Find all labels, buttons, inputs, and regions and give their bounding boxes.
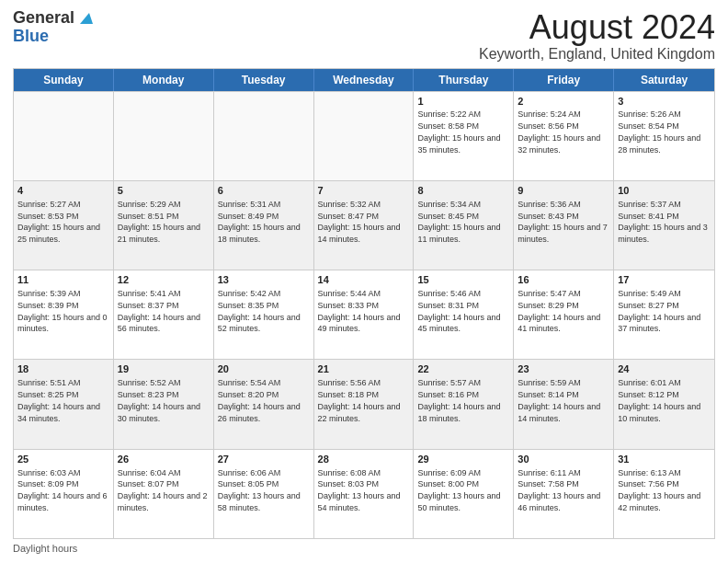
cal-cell-day-26: 26Sunrise: 6:04 AMSunset: 8:07 PMDayligh… [114, 450, 214, 538]
cell-info: Sunrise: 6:04 AMSunset: 8:07 PMDaylight:… [118, 468, 208, 512]
cal-cell-empty [314, 92, 415, 180]
cell-info: Sunrise: 5:39 AMSunset: 8:39 PMDaylight:… [17, 289, 108, 333]
cal-week-3: 18Sunrise: 5:51 AMSunset: 8:25 PMDayligh… [14, 359, 714, 448]
cal-cell-day-30: 30Sunrise: 6:11 AMSunset: 7:58 PMDayligh… [514, 450, 614, 538]
day-number: 12 [118, 273, 210, 287]
cell-info: Sunrise: 5:56 AMSunset: 8:18 PMDaylight:… [318, 378, 401, 422]
cell-info: Sunrise: 5:49 AMSunset: 8:27 PMDaylight:… [618, 289, 700, 333]
main-title: August 2024 [479, 9, 715, 46]
cal-cell-day-22: 22Sunrise: 5:57 AMSunset: 8:16 PMDayligh… [414, 360, 514, 448]
day-number: 23 [518, 362, 609, 376]
day-number: 17 [618, 273, 711, 287]
day-number: 20 [218, 362, 310, 376]
cal-cell-day-21: 21Sunrise: 5:56 AMSunset: 8:18 PMDayligh… [314, 360, 415, 448]
cal-cell-day-23: 23Sunrise: 5:59 AMSunset: 8:14 PMDayligh… [514, 360, 614, 448]
cal-cell-day-5: 5Sunrise: 5:29 AMSunset: 8:51 PMDaylight… [114, 181, 214, 270]
cal-cell-day-3: 3Sunrise: 5:26 AMSunset: 8:54 PMDaylight… [614, 92, 714, 180]
cal-cell-day-7: 7Sunrise: 5:32 AMSunset: 8:47 PMDaylight… [314, 181, 415, 270]
cal-cell-day-28: 28Sunrise: 6:08 AMSunset: 8:03 PMDayligh… [314, 450, 415, 538]
day-number: 30 [518, 453, 609, 466]
cal-cell-day-11: 11Sunrise: 5:39 AMSunset: 8:39 PMDayligh… [14, 270, 114, 359]
cal-header-wednesday: Wednesday [314, 69, 415, 91]
cal-week-0: 1Sunrise: 5:22 AMSunset: 8:58 PMDaylight… [14, 91, 714, 180]
logo: General Blue [13, 9, 93, 46]
cell-info: Sunrise: 5:42 AMSunset: 8:35 PMDaylight:… [218, 289, 301, 333]
day-number: 18 [17, 362, 109, 376]
day-number: 8 [417, 184, 509, 198]
day-number: 25 [17, 453, 109, 466]
cal-cell-day-14: 14Sunrise: 5:44 AMSunset: 8:33 PMDayligh… [314, 270, 415, 359]
cal-cell-day-27: 27Sunrise: 6:06 AMSunset: 8:05 PMDayligh… [214, 450, 314, 538]
title-section: August 2024 Keyworth, England, United Ki… [479, 9, 715, 63]
day-number: 6 [218, 184, 310, 198]
cal-week-2: 11Sunrise: 5:39 AMSunset: 8:39 PMDayligh… [14, 270, 714, 359]
cal-cell-day-15: 15Sunrise: 5:46 AMSunset: 8:31 PMDayligh… [414, 270, 514, 359]
day-number: 21 [318, 362, 410, 376]
cell-info: Sunrise: 5:29 AMSunset: 8:51 PMDaylight:… [118, 200, 200, 244]
cal-header-monday: Monday [114, 69, 214, 91]
cal-cell-empty [114, 92, 214, 180]
cal-cell-day-9: 9Sunrise: 5:36 AMSunset: 8:43 PMDaylight… [514, 181, 614, 270]
cal-week-4: 25Sunrise: 6:03 AMSunset: 8:09 PMDayligh… [14, 449, 714, 538]
cell-info: Sunrise: 5:36 AMSunset: 8:43 PMDaylight:… [518, 200, 608, 244]
cell-info: Sunrise: 5:32 AMSunset: 8:47 PMDaylight:… [318, 200, 401, 244]
day-number: 29 [417, 453, 509, 466]
cal-cell-day-20: 20Sunrise: 5:54 AMSunset: 8:20 PMDayligh… [214, 360, 314, 448]
cell-info: Sunrise: 5:27 AMSunset: 8:53 PMDaylight:… [17, 200, 100, 244]
cal-cell-day-2: 2Sunrise: 5:24 AMSunset: 8:56 PMDaylight… [514, 92, 614, 180]
cell-info: Sunrise: 5:52 AMSunset: 8:23 PMDaylight:… [118, 378, 200, 422]
footer-text: Daylight hours [13, 543, 77, 554]
svg-marker-0 [80, 13, 93, 24]
cell-info: Sunrise: 5:34 AMSunset: 8:45 PMDaylight:… [417, 200, 500, 244]
logo-icon [76, 9, 93, 26]
cell-info: Sunrise: 6:06 AMSunset: 8:05 PMDaylight:… [218, 468, 301, 512]
cal-cell-day-6: 6Sunrise: 5:31 AMSunset: 8:49 PMDaylight… [214, 181, 314, 270]
cal-cell-day-17: 17Sunrise: 5:49 AMSunset: 8:27 PMDayligh… [614, 270, 714, 359]
cell-info: Sunrise: 5:37 AMSunset: 8:41 PMDaylight:… [618, 200, 708, 244]
header: General Blue August 2024 Keyworth, Engla… [13, 9, 715, 63]
day-number: 10 [618, 184, 711, 198]
cell-info: Sunrise: 5:46 AMSunset: 8:31 PMDaylight:… [417, 289, 500, 333]
calendar-header: SundayMondayTuesdayWednesdayThursdayFrid… [14, 69, 714, 91]
calendar: SundayMondayTuesdayWednesdayThursdayFrid… [13, 68, 715, 539]
cell-info: Sunrise: 6:09 AMSunset: 8:00 PMDaylight:… [417, 468, 500, 512]
day-number: 7 [318, 184, 410, 198]
day-number: 1 [417, 95, 509, 109]
day-number: 27 [218, 453, 310, 466]
cal-header-thursday: Thursday [414, 69, 514, 91]
cal-cell-empty [214, 92, 314, 180]
subtitle: Keyworth, England, United Kingdom [479, 46, 715, 63]
day-number: 19 [118, 362, 210, 376]
cell-info: Sunrise: 5:31 AMSunset: 8:49 PMDaylight:… [218, 200, 301, 244]
cell-info: Sunrise: 5:44 AMSunset: 8:33 PMDaylight:… [318, 289, 401, 333]
footer: Daylight hours [13, 543, 715, 554]
day-number: 4 [17, 184, 109, 198]
cal-cell-day-31: 31Sunrise: 6:13 AMSunset: 7:56 PMDayligh… [614, 450, 714, 538]
cal-cell-day-10: 10Sunrise: 5:37 AMSunset: 8:41 PMDayligh… [614, 181, 714, 270]
cal-header-saturday: Saturday [614, 69, 714, 91]
day-number: 11 [17, 273, 109, 287]
cal-cell-day-25: 25Sunrise: 6:03 AMSunset: 8:09 PMDayligh… [14, 450, 114, 538]
cell-info: Sunrise: 5:26 AMSunset: 8:54 PMDaylight:… [618, 109, 700, 154]
page: General Blue August 2024 Keyworth, Engla… [0, 0, 728, 563]
cell-info: Sunrise: 5:24 AMSunset: 8:56 PMDaylight:… [518, 109, 600, 154]
day-number: 2 [518, 95, 609, 109]
day-number: 3 [618, 95, 711, 109]
cal-header-tuesday: Tuesday [214, 69, 314, 91]
day-number: 28 [318, 453, 410, 466]
cal-cell-day-8: 8Sunrise: 5:34 AMSunset: 8:45 PMDaylight… [414, 181, 514, 270]
cell-info: Sunrise: 5:47 AMSunset: 8:29 PMDaylight:… [518, 289, 600, 333]
cell-info: Sunrise: 5:51 AMSunset: 8:25 PMDaylight:… [17, 378, 100, 422]
day-number: 14 [318, 273, 410, 287]
cell-info: Sunrise: 6:01 AMSunset: 8:12 PMDaylight:… [618, 378, 700, 422]
cal-week-1: 4Sunrise: 5:27 AMSunset: 8:53 PMDaylight… [14, 180, 714, 270]
day-number: 26 [118, 453, 210, 466]
cal-cell-day-12: 12Sunrise: 5:41 AMSunset: 8:37 PMDayligh… [114, 270, 214, 359]
cal-cell-day-1: 1Sunrise: 5:22 AMSunset: 8:58 PMDaylight… [414, 92, 514, 180]
cal-cell-day-19: 19Sunrise: 5:52 AMSunset: 8:23 PMDayligh… [114, 360, 214, 448]
cell-info: Sunrise: 6:03 AMSunset: 8:09 PMDaylight:… [17, 468, 108, 512]
cal-cell-day-4: 4Sunrise: 5:27 AMSunset: 8:53 PMDaylight… [14, 181, 114, 270]
day-number: 13 [218, 273, 310, 287]
day-number: 22 [417, 362, 509, 376]
day-number: 9 [518, 184, 609, 198]
